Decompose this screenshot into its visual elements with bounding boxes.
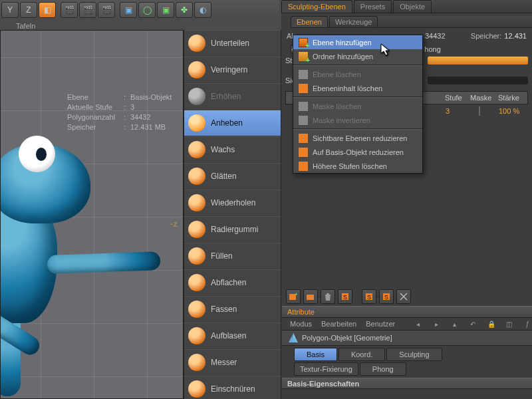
toolbar-animate-2[interactable]: 🎬 bbox=[79, 2, 96, 18]
menu-ebene-loeschen[interactable]: Ebene löschen bbox=[293, 67, 422, 81]
toolbar-cube-button[interactable]: ◧ bbox=[39, 2, 56, 18]
collapse-icon[interactable] bbox=[396, 289, 411, 304]
menu-benutzer[interactable]: Benutzer bbox=[366, 320, 395, 328]
tool-abflachen[interactable]: Abflachen bbox=[184, 269, 281, 296]
tool-radiergummi[interactable]: Radiergummi bbox=[184, 216, 281, 243]
tag-icon[interactable]: ◫ bbox=[505, 319, 513, 329]
tab-objekte[interactable]: Objekte bbox=[393, 0, 432, 13]
viewport-3d[interactable]: -z Ebene:Basis-Objekt Aktuelle Stufe:3 P… bbox=[0, 30, 184, 399]
attr-tab-sculpting[interactable]: Sculpting bbox=[386, 348, 442, 361]
layer-s2-icon[interactable]: S bbox=[362, 289, 376, 304]
tool-label: Glätten bbox=[211, 172, 237, 181]
menu-ebene-hinzufuegen[interactable]: Ebene hinzufügen bbox=[293, 35, 422, 49]
attr-tab-textur[interactable]: Textur-Fixierung bbox=[294, 362, 358, 376]
menu-modus[interactable]: Modus bbox=[290, 320, 312, 328]
trash-icon[interactable] bbox=[321, 289, 335, 304]
attr-tab-koord[interactable]: Koord. bbox=[338, 348, 385, 361]
right-panel-subtabs: Ebenen Werkzeuge bbox=[291, 16, 532, 28]
menu-ebeneninhalt-loeschen[interactable]: Ebeneninhalt löschen bbox=[293, 81, 422, 95]
menu-hoehere-loeschen[interactable]: Höhere Stufen löschen bbox=[293, 159, 422, 173]
nav-prev-icon[interactable]: ◂ bbox=[414, 319, 422, 329]
tool-label: Aufblasen bbox=[211, 331, 246, 340]
tool-wiederholen[interactable]: Wiederholen bbox=[184, 190, 281, 216]
polygon-object-icon bbox=[289, 333, 298, 342]
svg-text:+: + bbox=[295, 292, 298, 297]
primitive-cube[interactable]: ▣ bbox=[120, 2, 137, 18]
tool-wachs[interactable]: Wachs bbox=[184, 136, 281, 163]
clear-layer-icon bbox=[299, 84, 308, 93]
axis-z-button[interactable]: Z bbox=[20, 2, 37, 18]
tool-füllen[interactable]: Füllen bbox=[184, 243, 281, 269]
tool-label: Radiergummi bbox=[211, 225, 258, 234]
svg-text:S: S bbox=[367, 294, 371, 301]
layer-s3-icon[interactable]: S bbox=[379, 289, 394, 304]
tool-label: Einschnüren bbox=[211, 384, 255, 394]
tool-glätten[interactable]: Glätten bbox=[184, 163, 281, 190]
menu-basis-reduzieren[interactable]: Auf Basis-Objekt reduzieren bbox=[293, 145, 422, 159]
add-folder-icon[interactable] bbox=[303, 289, 318, 304]
menu-ordner-hinzufuegen[interactable]: Ordner hinzufügen bbox=[293, 49, 422, 63]
subtab-ebenen[interactable]: Ebenen bbox=[291, 16, 328, 27]
menu-maske-invertieren[interactable]: Maske invertieren bbox=[293, 113, 422, 127]
tool-icon bbox=[188, 35, 205, 52]
toolbar-animate-1[interactable]: 🎬 bbox=[61, 2, 78, 18]
tool-anheben[interactable]: Anheben bbox=[184, 110, 281, 136]
primitive-capsule[interactable]: ◐ bbox=[194, 2, 211, 18]
tool-icon bbox=[188, 301, 205, 318]
attr-tab-basis[interactable]: Basis bbox=[294, 348, 337, 361]
attribute-menu: Modus Bearbeiten Benutzer ◂ ▸ ▴ ↶ 🔒 ◫ ƒ bbox=[282, 318, 532, 330]
svg-text:S: S bbox=[343, 294, 347, 301]
primitive-torus[interactable]: ◯ bbox=[138, 2, 156, 18]
slider-track[interactable] bbox=[428, 57, 528, 65]
lock-icon[interactable]: 🔒 bbox=[487, 319, 495, 329]
col-stufe: Stufe bbox=[442, 94, 467, 102]
tool-fassen[interactable]: Fassen bbox=[184, 296, 281, 323]
col-maske: Maske bbox=[467, 94, 495, 102]
add-layer-icon[interactable]: + bbox=[286, 289, 301, 304]
menu-bearbeiten[interactable]: Bearbeiten bbox=[321, 320, 356, 328]
delete-layer-icon bbox=[299, 70, 308, 79]
subtab-werkzeuge[interactable]: Werkzeuge bbox=[329, 16, 378, 27]
tool-verringern[interactable]: Verringern bbox=[184, 57, 281, 83]
invert-mask-icon bbox=[299, 116, 308, 125]
history-icon[interactable]: ↶ bbox=[468, 319, 477, 329]
character-mesh bbox=[0, 117, 110, 383]
menu-sichtbare-reduzieren[interactable]: Sichtbare Ebenen reduzieren bbox=[293, 131, 422, 145]
tool-label: Messer bbox=[211, 358, 237, 367]
right-panel-tabs: Sculpting-Ebenen Presets Objekte bbox=[281, 0, 532, 13]
nav-up-icon[interactable]: ▴ bbox=[450, 319, 459, 329]
tool-unterteilen[interactable]: Unterteilen bbox=[184, 30, 281, 57]
add-layer-icon bbox=[299, 38, 308, 47]
layer-action-bar: + S S S bbox=[286, 289, 411, 304]
slider-track-2[interactable] bbox=[428, 76, 528, 84]
tool-messer[interactable]: Messer bbox=[184, 349, 281, 376]
object-header[interactable]: Polygon-Objekt [Geometrie] bbox=[282, 330, 532, 346]
layer-context-menu: Ebene hinzufügen Ordner hinzufügen Ebene… bbox=[293, 35, 423, 174]
tab-presets[interactable]: Presets bbox=[354, 0, 392, 13]
tool-icon bbox=[188, 141, 205, 158]
tool-aufblasen[interactable]: Aufblasen bbox=[184, 323, 281, 349]
menu-maske-loeschen[interactable]: Maske löschen bbox=[293, 99, 422, 113]
reduce-visible-icon bbox=[299, 134, 308, 143]
toolbar-animate-3[interactable]: 🎬 bbox=[98, 2, 115, 18]
attr-tab-phong[interactable]: Phong bbox=[360, 362, 406, 376]
func-icon[interactable]: ƒ bbox=[523, 319, 532, 329]
axis-gizmo[interactable]: -z bbox=[170, 219, 178, 229]
mask-checkbox[interactable] bbox=[479, 106, 480, 116]
tool-label: Abflachen bbox=[211, 278, 246, 287]
tab-sculpting-ebenen[interactable]: Sculpting-Ebenen bbox=[281, 0, 352, 13]
axis-y-button[interactable]: Y bbox=[1, 2, 19, 18]
main-toolbar: Y Z ◧ 🎬 🎬 🎬 ▣ ◯ ▣ ✤ ◐ bbox=[0, 0, 279, 20]
tool-einschnüren[interactable]: Einschnüren bbox=[184, 376, 281, 399]
tool-icon bbox=[188, 327, 205, 344]
tool-icon bbox=[188, 274, 205, 291]
tool-icon bbox=[188, 247, 205, 265]
layer-s1-icon[interactable]: S bbox=[338, 289, 352, 304]
tool-label: Wiederholen bbox=[211, 198, 255, 207]
attribute-panel: Attribute Modus Bearbeiten Benutzer ◂ ▸ … bbox=[282, 306, 532, 389]
tool-erhöhen[interactable]: Erhöhen bbox=[184, 83, 281, 110]
primitive-clover[interactable]: ✤ bbox=[176, 2, 193, 18]
nav-next-icon[interactable]: ▸ bbox=[432, 319, 441, 329]
primitive-cube2[interactable]: ▣ bbox=[157, 2, 174, 18]
tool-label: Verringern bbox=[211, 65, 247, 74]
